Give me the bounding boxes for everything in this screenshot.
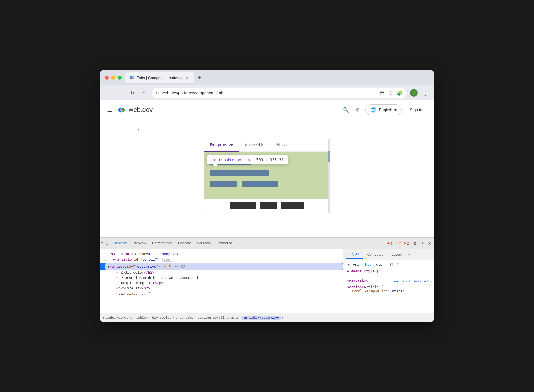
demo-tab-horizontal[interactable]: Horizo… bbox=[271, 139, 298, 151]
devtools-tab-console[interactable]: Console bbox=[175, 238, 194, 249]
close-traffic-light[interactable] bbox=[105, 76, 109, 80]
settings-icon[interactable]: ⚙ bbox=[411, 240, 418, 247]
tracking-protection-icon: ⊙ bbox=[156, 91, 159, 95]
devtools-panel: ⬚ ☐ Elements Network Performance Console… bbox=[100, 237, 434, 322]
style-selector-element: element.style { bbox=[347, 269, 379, 273]
address-bar-row: ← → ↻ ⌂ ⊙ web.dev/patterns/components/ta… bbox=[100, 85, 434, 100]
style-selector-snap: snap-tabs> bbox=[347, 279, 368, 283]
demo-nav-button-2[interactable] bbox=[260, 202, 277, 209]
breadcrumb-item-device[interactable]: div.device bbox=[152, 316, 171, 320]
language-selector[interactable]: 🌐 English ▾ bbox=[365, 104, 402, 115]
demo-tab-accessible[interactable]: Accessible bbox=[239, 139, 271, 151]
title-bar-chevron-icon[interactable]: ⌄ bbox=[426, 75, 429, 81]
webdev-logo[interactable]: web.dev bbox=[117, 105, 153, 115]
bookmark-star-icon[interactable]: ☆ bbox=[388, 90, 392, 96]
warning-icon: ⚠ bbox=[395, 241, 398, 245]
styles-tab-bar: Styles Computed Layout » bbox=[343, 249, 434, 260]
filter-cls-button[interactable]: .cls bbox=[374, 263, 382, 267]
error-red-count: 5 bbox=[391, 242, 393, 245]
title-bar-right: ⌄ bbox=[426, 75, 429, 81]
address-bar[interactable]: ⊙ web.dev/patterns/components/tabs ⬒ ☆ 🧩 bbox=[152, 88, 407, 98]
tooltip-size: 300 × 353.31 bbox=[256, 158, 284, 162]
devtools-tab-network[interactable]: Network bbox=[130, 238, 149, 249]
search-button[interactable]: 🔍 bbox=[343, 107, 349, 113]
filter-icon-btn-2[interactable]: ⊞ bbox=[396, 263, 399, 267]
inspect-tool-icon[interactable]: ☐ bbox=[106, 241, 109, 246]
forward-button[interactable]: → bbox=[116, 89, 125, 97]
external-link-icon[interactable]: ⬒ bbox=[380, 90, 384, 96]
filter-add-button[interactable]: + bbox=[385, 262, 387, 267]
filter-hov-button[interactable]: :hov bbox=[363, 263, 372, 267]
style-rule-snap-tabs: snap-tabs> index_1c583…8e.frame:50 bbox=[347, 279, 431, 283]
hamburger-menu-icon[interactable]: ☰ bbox=[107, 106, 112, 113]
back-arrow-button[interactable]: ← bbox=[136, 126, 143, 134]
html-line-6: adipisicing elit</p> bbox=[100, 281, 343, 286]
svg-marker-1 bbox=[132, 76, 134, 78]
theme-toggle-button[interactable]: ☀ bbox=[355, 107, 360, 113]
breadcrumb-left-arrow[interactable]: ◀ bbox=[102, 316, 104, 320]
home-button[interactable]: ⌂ bbox=[140, 89, 148, 97]
active-tab[interactable]: Tabs | Component patterns ✕ bbox=[125, 72, 194, 83]
devtools-more-tabs-button[interactable]: » bbox=[236, 238, 242, 249]
back-button[interactable]: ← bbox=[105, 89, 113, 97]
demo-tab-responsive[interactable]: Responsive bbox=[204, 139, 239, 152]
browser-menu-button[interactable]: ⋮ bbox=[421, 89, 429, 97]
tooltip-selector: article#responsive bbox=[211, 158, 253, 162]
dollar-s0: == $0 bbox=[174, 265, 185, 269]
demo-blocks-row bbox=[210, 181, 324, 187]
html-line-selected[interactable]: ▼ <article id="responsive"> scroll == $0 bbox=[105, 263, 343, 270]
devtools-tab-bar: ⬚ ☐ Elements Network Performance Console… bbox=[100, 238, 434, 249]
styles-tab-styles[interactable]: Styles bbox=[346, 250, 363, 259]
breadcrumb-item-section[interactable]: section.scroll-snap-x bbox=[198, 316, 238, 320]
title-bar: Tabs | Component patterns ✕ + ⌄ bbox=[100, 70, 434, 85]
demo-block-4 bbox=[242, 181, 278, 187]
breadcrumb-item-snap-tabs[interactable]: snap-tabs bbox=[176, 316, 193, 320]
style-source-snap[interactable]: index_1c583…8e.frame:50 bbox=[392, 279, 431, 283]
cursor-tool-icon[interactable]: ⬚ bbox=[101, 241, 104, 246]
html-line-4: <h2>Sit dolor</h2> bbox=[100, 270, 343, 275]
demo-scrollbar[interactable] bbox=[328, 139, 330, 213]
breadcrumb-item-article[interactable]: article#responsive bbox=[242, 316, 281, 320]
demo-nav-button-3[interactable] bbox=[281, 202, 304, 209]
minimize-traffic-light[interactable] bbox=[111, 76, 115, 80]
devtools-main-content: ▼<section class="scroll-snap-x"> ... ▼<a… bbox=[100, 249, 434, 313]
error-orange-icon: ⊘ bbox=[403, 241, 406, 245]
devtools-close-button[interactable]: ✕ bbox=[426, 240, 433, 247]
tab-close-button[interactable]: ✕ bbox=[185, 75, 190, 80]
demo-tab-nav bbox=[204, 199, 330, 213]
tab-title: Tabs | Component patterns bbox=[137, 76, 183, 80]
demo-tab-headers: Responsive Accessible Horizo… bbox=[204, 139, 330, 152]
scroll-badge-2: scroll bbox=[162, 258, 172, 262]
reload-button[interactable]: ↻ bbox=[128, 89, 136, 97]
devtools-tab-performance[interactable]: Performance bbox=[149, 238, 175, 249]
html-line-2: ▼<article id="scroll"> scroll bbox=[110, 257, 175, 263]
demo-nav-button-1[interactable] bbox=[230, 202, 256, 209]
demo-block-3 bbox=[210, 181, 237, 187]
html-area: ▼<section class="scroll-snap-x"> ... ▼<a… bbox=[100, 249, 343, 313]
tooltip-arrow bbox=[213, 164, 218, 167]
html-line-2-wrapper: ... ▼<article id="scroll"> scroll bbox=[100, 257, 343, 263]
breadcrumb-right-arrow[interactable]: ▶ bbox=[282, 316, 284, 320]
filter-icon: ▼ bbox=[347, 263, 351, 267]
new-tab-button[interactable]: + bbox=[195, 74, 204, 82]
style-rule-section-article: section>article { scroll-snap-align: sta… bbox=[347, 285, 431, 293]
styles-tab-more-button[interactable]: » bbox=[407, 251, 411, 258]
styles-tab-layout[interactable]: Layout bbox=[388, 251, 406, 258]
devtools-tab-lighthouse[interactable]: Lighthouse bbox=[213, 238, 236, 249]
sign-in-button[interactable]: Sign in bbox=[405, 105, 427, 115]
error-orange-count: 2 bbox=[407, 242, 409, 245]
devtools-tab-sources[interactable]: Sources bbox=[194, 238, 213, 249]
filter-icon-btn-1[interactable]: ⊡ bbox=[390, 263, 393, 267]
tab-favicon-icon bbox=[130, 75, 135, 80]
extensions-icon[interactable]: 🧩 bbox=[397, 90, 402, 96]
maximize-traffic-light[interactable] bbox=[118, 76, 122, 80]
ellipsis-marker: ... bbox=[100, 257, 110, 263]
styles-tab-computed[interactable]: Computed bbox=[364, 251, 387, 258]
devtools-tab-elements[interactable]: Elements bbox=[110, 238, 130, 249]
svg-rect-5 bbox=[121, 109, 123, 110]
html-line-5: <p>Lorem ipsum dolor sit amet consectet bbox=[100, 275, 343, 281]
more-options-icon[interactable]: ⋮ bbox=[419, 240, 426, 247]
profile-avatar[interactable]: 🌿 bbox=[410, 89, 418, 97]
html-panel[interactable]: ▼<section class="scroll-snap-x"> ... ▼<a… bbox=[100, 249, 343, 313]
breadcrumb-item-viewport[interactable]: light.viewport--tablet bbox=[105, 316, 148, 320]
